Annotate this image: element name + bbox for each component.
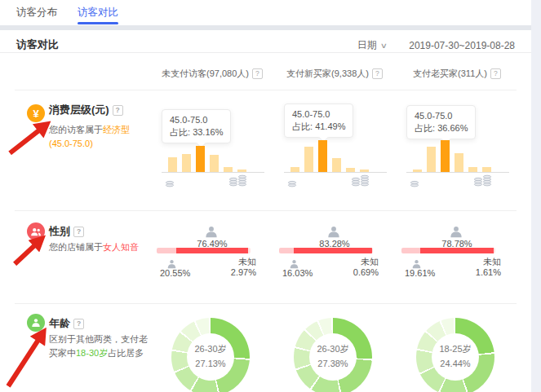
x-axis xyxy=(284,172,387,173)
row-age: 年龄? 区别于其他两类，支付老买家中18-30岁占比居多 26-30岁 27.1… xyxy=(0,303,531,392)
visitor-comparison-page: 访客分布 访客对比 访客对比 日期 ∨ 2019-07-30~2019-08-2… xyxy=(0,0,541,392)
donut-center-label: 26-30岁 xyxy=(294,343,372,355)
donut-center-label: 26-30岁 xyxy=(171,343,250,355)
gender-stacked-bar xyxy=(279,248,373,253)
donut-hole xyxy=(187,333,234,381)
donut-center-value: 27.13% xyxy=(171,359,250,368)
gender-title-text: 性别 xyxy=(49,225,70,237)
age-donut-chart: 26-30岁 27.38% xyxy=(294,318,372,392)
low-spend-coins-icon xyxy=(410,174,419,191)
consumption-chart-returning-buyers: 45.0-75.0 占比: 36.66% xyxy=(400,90,514,210)
chart-tooltip: 45.0-75.0 占比: 36.66% xyxy=(406,105,476,139)
unknown-percentage: 2.97% xyxy=(219,267,256,278)
tab-visitor-comparison[interactable]: 访客对比 xyxy=(78,0,118,25)
age-subtitle: 区别于其他两类，支付老买家中18-30岁占比居多 xyxy=(49,333,152,360)
column-header-unpaid-visitors: 未支付访客(97,080人)? xyxy=(155,68,269,80)
bar-chart xyxy=(290,140,369,172)
column-header-label: 支付新买家(9,338人) xyxy=(286,68,369,78)
donut-center-label: 18-25岁 xyxy=(416,343,494,355)
chevron-down-icon: ∨ xyxy=(379,42,387,50)
male-percentage: 20.55% xyxy=(160,268,190,278)
column-header-new-buyers: 支付新买家(9,338人)? xyxy=(277,68,392,80)
age-chart-returning-buyers: 18-25岁 24.44% xyxy=(400,303,514,392)
high-spend-coins-icon xyxy=(351,173,370,190)
consumption-chart-unpaid: 45.0-75.0 占比: 33.16% xyxy=(155,90,269,210)
tooltip-share: 占比: 41.49% xyxy=(292,121,345,133)
subtitle-suffix: 占比居多 xyxy=(108,348,144,358)
page-title: 访客对比 xyxy=(16,37,59,52)
yuan-glyph: ¥ xyxy=(33,108,38,120)
x-axis xyxy=(406,172,509,173)
unknown-label: 未知 xyxy=(341,257,379,267)
column-header-label: 支付老买家(311人) xyxy=(413,68,487,78)
tooltip-share: 占比: 33.16% xyxy=(170,126,223,139)
unknown-block: 未知 0.69% xyxy=(341,257,379,278)
unknown-percentage: 0.69% xyxy=(341,267,379,278)
help-icon[interactable]: ? xyxy=(73,319,84,329)
chart-tooltip: 45.0-75.0 占比: 41.49% xyxy=(284,104,353,138)
donut-hole xyxy=(309,333,357,381)
age-donut-chart: 18-25岁 24.44% xyxy=(416,318,494,392)
x-axis xyxy=(162,172,264,173)
unknown-percentage: 1.61% xyxy=(463,267,501,278)
column-header-label: 未支付访客(97,080人) xyxy=(162,68,249,78)
unknown-block: 未知 1.61% xyxy=(463,257,501,278)
donut-hole xyxy=(432,333,479,381)
date-filter[interactable]: 日期 ∨ 2019-07-30~2019-08-28 xyxy=(357,38,515,52)
gender-subtitle: 您的店铺属于女人知音 xyxy=(49,240,152,254)
consumption-chart-new-buyers: 45.0-75.0 占比: 41.49% xyxy=(277,90,392,210)
visitor-comparison-card: 访客对比 日期 ∨ 2019-07-30~2019-08-28 未支付访客(97… xyxy=(0,30,531,392)
subtitle-prefix: 您的店铺属于 xyxy=(49,242,103,252)
chart-tooltip: 45.0-75.0 占比: 33.16% xyxy=(162,109,231,143)
unknown-label: 未知 xyxy=(219,257,256,267)
low-spend-coins-icon xyxy=(287,174,297,191)
bar-chart xyxy=(168,146,246,172)
gender-title: 性别? xyxy=(49,224,84,239)
age-title-text: 年龄 xyxy=(49,317,70,329)
help-icon[interactable]: ? xyxy=(252,68,263,79)
consumption-subtitle: 您的访客属于经济型(45.0-75.0) xyxy=(49,123,152,151)
male-percentage: 19.61% xyxy=(405,268,435,278)
tooltip-range: 45.0-75.0 xyxy=(292,108,345,121)
consumption-title-text: 消费层级(元) xyxy=(49,104,109,116)
male-percentage: 16.03% xyxy=(282,268,313,278)
header-divider xyxy=(0,52,531,53)
help-icon[interactable]: ? xyxy=(113,105,123,116)
help-icon[interactable]: ? xyxy=(372,68,383,79)
row-consumption-level: ¥ 消费层级(元)? 您的访客属于经济型(45.0-75.0) 45.0-75.… xyxy=(0,90,531,210)
subtitle-prefix: 您的访客属于 xyxy=(49,125,103,134)
tab-visitor-distribution[interactable]: 访客分布 xyxy=(16,0,57,25)
gender-chart-returning-buyers: 78.78% 19.61% 未知 1.61% xyxy=(400,210,514,303)
row-gender: 性别? 您的店铺属于女人知音 76.49% 20.55% 未知 2.97% xyxy=(0,210,531,303)
tooltip-range: 45.0-75.0 xyxy=(415,110,468,122)
help-icon[interactable]: ? xyxy=(73,227,84,237)
age-chart-unpaid: 26-30岁 27.13% xyxy=(155,303,269,392)
help-icon[interactable]: ? xyxy=(490,68,501,79)
tooltip-range: 45.0-75.0 xyxy=(170,114,223,126)
column-header-returning-buyers: 支付老买家(311人)? xyxy=(400,68,514,80)
consumption-title: 消费层级(元)? xyxy=(49,103,123,117)
donut-center-value: 27.38% xyxy=(294,359,372,368)
tooltip-share: 占比: 36.66% xyxy=(415,122,468,134)
gender-stacked-bar xyxy=(157,248,251,253)
age-donut-chart: 26-30岁 27.13% xyxy=(171,318,250,392)
bar-chart xyxy=(413,140,491,172)
gender-stacked-bar xyxy=(401,248,495,253)
gender-chart-new-buyers: 83.28% 16.03% 未知 0.69% xyxy=(277,210,392,303)
tab-bar: 访客分布 访客对比 xyxy=(0,0,531,25)
age-chart-new-buyers: 26-30岁 27.38% xyxy=(277,303,392,392)
unknown-label: 未知 xyxy=(463,257,501,267)
subtitle-highlight: 18-30岁 xyxy=(76,348,108,358)
unknown-block: 未知 2.97% xyxy=(219,257,256,278)
age-title: 年龄? xyxy=(49,316,84,331)
date-filter-label: 日期 xyxy=(357,38,377,52)
gender-chart-unpaid: 76.49% 20.55% 未知 2.97% xyxy=(155,210,269,303)
high-spend-coins-icon xyxy=(473,173,493,190)
low-spend-coins-icon xyxy=(165,174,175,191)
donut-center-value: 24.44% xyxy=(416,359,494,368)
high-spend-coins-icon xyxy=(228,173,248,190)
date-range-value: 2019-07-30~2019-08-28 xyxy=(409,40,515,51)
subtitle-highlight: 女人知音 xyxy=(103,242,139,252)
